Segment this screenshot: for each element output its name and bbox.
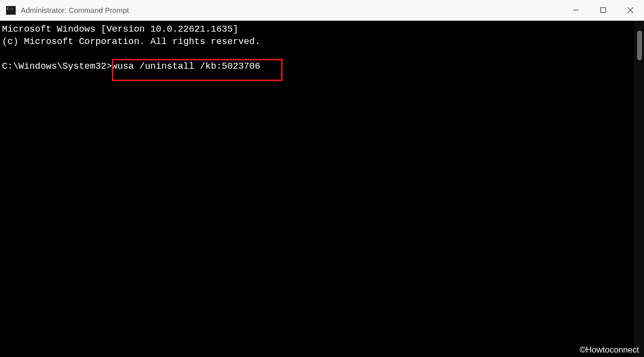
svg-rect-1: [601, 8, 606, 13]
minimize-button[interactable]: [562, 0, 590, 20]
scrollbar[interactable]: [635, 21, 644, 357]
maximize-button[interactable]: [590, 0, 617, 20]
terminal-command: wusa /uninstall /kb:5023706: [112, 61, 260, 72]
window-controls: [562, 0, 644, 20]
terminal-line: (c) Microsoft Corporation. All rights re…: [2, 37, 260, 47]
terminal-prompt: C:\Windows\System32>: [2, 61, 112, 72]
window-title: Administrator: Command Prompt: [21, 6, 562, 14]
cmd-icon: [6, 6, 16, 15]
watermark: ©Howtoconnect: [580, 345, 639, 355]
terminal[interactable]: Microsoft Windows [Version 10.0.22621.16…: [0, 21, 634, 357]
close-button[interactable]: [617, 0, 644, 20]
terminal-line: Microsoft Windows [Version 10.0.22621.16…: [2, 24, 238, 35]
scroll-thumb[interactable]: [637, 31, 642, 60]
titlebar: Administrator: Command Prompt: [0, 0, 644, 21]
